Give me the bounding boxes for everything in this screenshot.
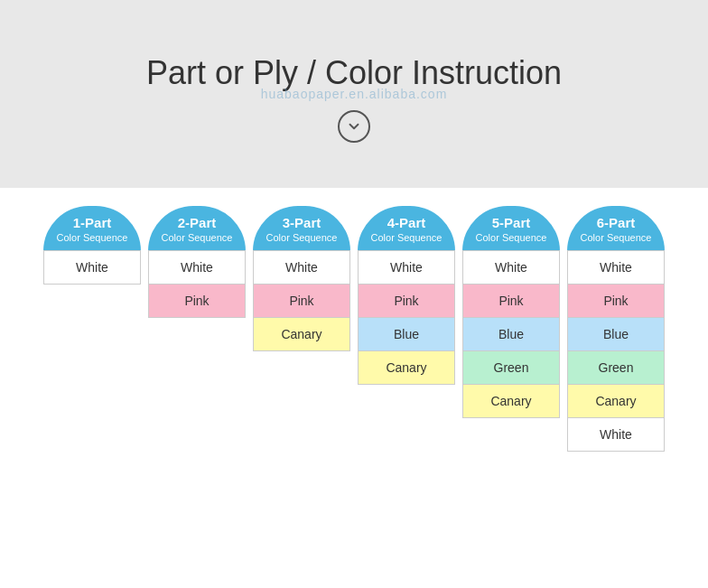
- page-title: Part or Ply / Color Instruction: [18, 54, 690, 92]
- cell-5-part-0: White: [462, 250, 560, 285]
- column-2-part: 2-PartColor SequenceWhitePink: [148, 206, 246, 452]
- column-1-part: 1-PartColor SequenceWhite: [43, 206, 141, 452]
- cell-6-part-2: Blue: [567, 317, 665, 351]
- cell-3-part-2: Canary: [253, 317, 350, 351]
- column-4-part: 4-PartColor SequenceWhitePinkBlueCanary: [358, 206, 455, 452]
- column-6-part: 6-PartColor SequenceWhitePinkBlueGreenCa…: [567, 206, 665, 452]
- cell-5-part-3: Green: [462, 350, 560, 385]
- cell-4-part-3: Canary: [358, 350, 455, 385]
- cell-6-part-1: Pink: [567, 284, 665, 318]
- column-label-1-part: 1-Part: [49, 215, 135, 231]
- cell-5-part-1: Pink: [462, 284, 560, 318]
- cell-6-part-4: Canary: [567, 384, 665, 418]
- column-label-2-part: 2-Part: [154, 215, 240, 231]
- cell-6-part-0: White: [567, 250, 665, 285]
- scroll-down-button[interactable]: [338, 110, 370, 143]
- column-sublabel-2-part: Color Sequence: [154, 231, 240, 244]
- cell-5-part-2: Blue: [462, 317, 560, 351]
- cell-4-part-2: Blue: [358, 317, 455, 351]
- column-header-2-part: 2-PartColor Sequence: [148, 206, 246, 251]
- column-3-part: 3-PartColor SequenceWhitePinkCanary: [253, 206, 350, 452]
- column-header-4-part: 4-PartColor Sequence: [358, 206, 455, 251]
- column-5-part: 5-PartColor SequenceWhitePinkBlueGreenCa…: [462, 206, 560, 452]
- cell-6-part-3: Green: [567, 350, 665, 385]
- cell-2-part-0: White: [148, 250, 246, 285]
- cell-2-part-1: Pink: [148, 284, 246, 318]
- column-sublabel-1-part: Color Sequence: [49, 231, 135, 244]
- column-label-6-part: 6-Part: [573, 215, 659, 231]
- cell-6-part-5: White: [567, 417, 665, 452]
- column-label-3-part: 3-Part: [258, 215, 345, 231]
- column-sublabel-4-part: Color Sequence: [363, 231, 450, 244]
- column-label-5-part: 5-Part: [468, 215, 554, 231]
- header-section: huabaopaper.en.alibaba.com Part or Ply /…: [0, 0, 708, 188]
- cell-1-part-0: White: [43, 250, 141, 285]
- cell-3-part-1: Pink: [253, 284, 350, 318]
- column-sublabel-5-part: Color Sequence: [468, 231, 554, 244]
- cell-4-part-0: White: [358, 250, 455, 285]
- column-label-4-part: 4-Part: [363, 215, 450, 231]
- cell-4-part-1: Pink: [358, 284, 455, 318]
- cell-3-part-0: White: [253, 250, 350, 285]
- column-sublabel-3-part: Color Sequence: [258, 231, 345, 244]
- column-header-1-part: 1-PartColor Sequence: [43, 206, 141, 251]
- column-sublabel-6-part: Color Sequence: [573, 231, 659, 244]
- column-header-5-part: 5-PartColor Sequence: [462, 206, 560, 251]
- cell-5-part-4: Canary: [462, 384, 560, 418]
- column-header-6-part: 6-PartColor Sequence: [567, 206, 665, 251]
- column-header-3-part: 3-PartColor Sequence: [253, 206, 350, 251]
- columns-section: 1-PartColor SequenceWhite2-PartColor Seq…: [0, 188, 708, 479]
